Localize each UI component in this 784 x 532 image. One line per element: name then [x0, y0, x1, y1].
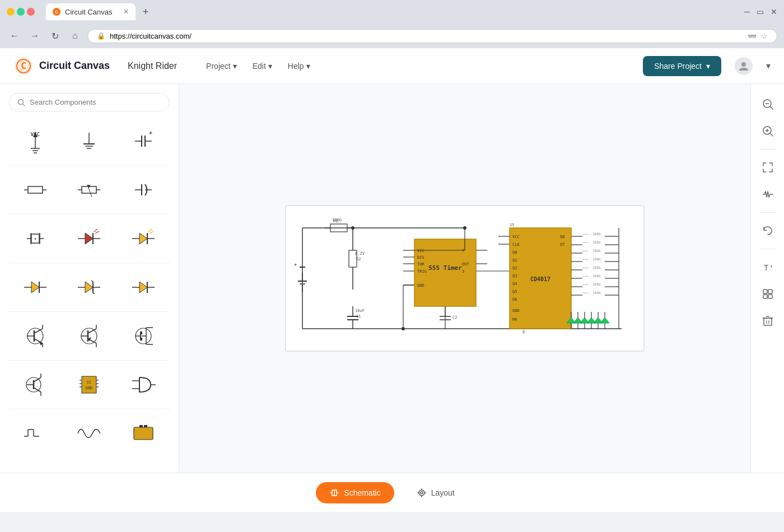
mosfet-component[interactable] — [117, 315, 170, 357]
components-grid: VCC — [9, 120, 170, 454]
help-menu[interactable]: Help ▾ — [281, 58, 317, 74]
nav-bar: ← → ↻ ⌂ 🔒 👓 ☆ — [0, 24, 784, 48]
svg-text:8.2V: 8.2V — [355, 251, 365, 256]
forward-button[interactable]: → — [27, 28, 43, 44]
row-divider-6 — [9, 409, 170, 409]
window-frame-controls: ─ ▭ ✕ — [744, 7, 777, 16]
schottky-diode-component[interactable] — [117, 267, 170, 308]
svg-text:100Ω: 100Ω — [592, 265, 601, 269]
svg-text:R2: R2 — [356, 257, 361, 262]
svg-text:15: 15 — [510, 223, 514, 227]
svg-text:DIS: DIS — [417, 255, 424, 260]
reload-button[interactable]: ↻ — [47, 28, 63, 44]
zoom-out-button[interactable] — [757, 93, 779, 115]
jfet-component[interactable] — [9, 364, 62, 405]
svg-rect-97 — [82, 376, 96, 393]
url-input[interactable] — [110, 32, 743, 40]
user-avatar[interactable] — [735, 57, 753, 75]
svg-text:~~~: ~~~ — [582, 240, 589, 244]
edit-menu[interactable]: Edit ▾ — [246, 58, 279, 74]
share-project-button[interactable]: Share Project ▾ — [643, 56, 721, 76]
svg-rect-255 — [763, 295, 767, 298]
text-tool-icon: T + — [762, 261, 774, 273]
vcc-component[interactable]: VCC — [9, 120, 62, 162]
app-header: C Circuit Canvas Knight Rider Project ▾ … — [0, 48, 784, 84]
svg-text:GND: GND — [417, 283, 424, 288]
close-button[interactable] — [27, 8, 35, 16]
bookmark-star-icon[interactable]: ☆ — [761, 32, 768, 40]
window-close-icon[interactable]: ✕ — [771, 7, 777, 16]
components-panel-button[interactable] — [757, 283, 779, 305]
svg-text:MR: MR — [512, 318, 517, 322]
fit-view-button[interactable] — [757, 156, 779, 179]
svg-rect-115 — [139, 425, 143, 427]
back-button[interactable]: ← — [7, 28, 22, 44]
svg-marker-39 — [85, 233, 93, 244]
search-input[interactable] — [30, 98, 161, 106]
ic-component[interactable]: IC GND — [63, 364, 115, 405]
svg-text:100Ω: 100Ω — [592, 249, 601, 253]
svg-text:Q1: Q1 — [512, 258, 517, 263]
oscilloscope-button[interactable] — [757, 183, 779, 206]
home-button[interactable]: ⌂ — [67, 28, 83, 44]
maximize-button[interactable] — [17, 8, 25, 16]
resistor-component[interactable] — [9, 169, 62, 211]
minimize-button[interactable] — [7, 8, 15, 16]
row-divider-3 — [9, 263, 170, 263]
ground-component[interactable] — [63, 120, 115, 162]
toolbar-divider-3 — [759, 249, 776, 249]
right-toolbar: T + — [750, 84, 784, 473]
svg-text:Q8: Q8 — [560, 235, 564, 239]
battery-component[interactable] — [117, 413, 170, 454]
led-red-component[interactable] — [63, 218, 115, 259]
pulse-source-component[interactable] — [9, 413, 62, 454]
project-menu[interactable]: Project ▾ — [199, 58, 244, 74]
canvas-area[interactable]: + R1 100Ω — [179, 84, 750, 473]
user-chevron-icon[interactable]: ▾ — [766, 60, 771, 71]
bottom-bar: Schematic Layout — [0, 473, 784, 512]
svg-line-56 — [91, 281, 93, 282]
schematic-tab[interactable]: Schematic — [316, 482, 394, 503]
svg-text:CLK: CLK — [512, 242, 520, 247]
led-yellow-component[interactable] — [117, 218, 170, 259]
zoom-out-icon — [762, 98, 774, 110]
svg-marker-51 — [31, 282, 39, 293]
tab-close-button[interactable]: ✕ — [123, 8, 129, 16]
svg-point-263 — [419, 490, 424, 496]
window-minimize-icon[interactable]: ─ — [744, 7, 750, 16]
pnp-transistor-component[interactable] — [63, 315, 115, 357]
search-box[interactable] — [9, 93, 170, 111]
text-tool-button[interactable]: T + — [757, 256, 779, 278]
capacitor-component[interactable]: + — [117, 120, 170, 162]
crystal-component[interactable]: + — [9, 218, 62, 259]
title-bar: C Circuit Canvas ✕ + ─ ▭ ✕ — [0, 0, 784, 24]
url-bar[interactable]: 🔒 👓 ☆ — [87, 29, 777, 43]
zoom-in-button[interactable] — [757, 120, 779, 142]
svg-rect-116 — [144, 425, 147, 427]
svg-rect-253 — [763, 290, 767, 293]
undo-button[interactable] — [757, 220, 779, 242]
layout-tab[interactable]: Layout — [403, 482, 468, 503]
app-content: C Circuit Canvas Knight Rider Project ▾ … — [0, 48, 784, 512]
svg-rect-254 — [768, 290, 772, 293]
svg-text:Q5: Q5 — [512, 290, 517, 294]
svg-text:Q6: Q6 — [512, 297, 517, 302]
active-tab[interactable]: C Circuit Canvas ✕ — [46, 3, 136, 20]
npn-transistor-component[interactable] — [9, 315, 62, 357]
svg-point-240 — [351, 226, 354, 230]
svg-text:~~~: ~~~ — [582, 265, 589, 269]
window-restore-icon[interactable]: ▭ — [757, 7, 764, 16]
zener-diode-component[interactable] — [63, 267, 115, 308]
variable-resistor-component[interactable] — [63, 169, 115, 211]
svg-text:8: 8 — [522, 330, 525, 334]
and-gate-component[interactable] — [117, 364, 170, 405]
polarized-capacitor-component[interactable] — [117, 169, 170, 211]
sine-source-component[interactable] — [63, 413, 115, 454]
svg-text:+: + — [34, 237, 36, 241]
diode-component[interactable] — [9, 267, 62, 308]
svg-rect-114 — [134, 427, 153, 440]
new-tab-button[interactable]: + — [138, 4, 153, 20]
svg-text:IC: IC — [87, 380, 91, 385]
svg-text:3: 3 — [462, 269, 464, 274]
delete-button[interactable] — [757, 310, 779, 332]
